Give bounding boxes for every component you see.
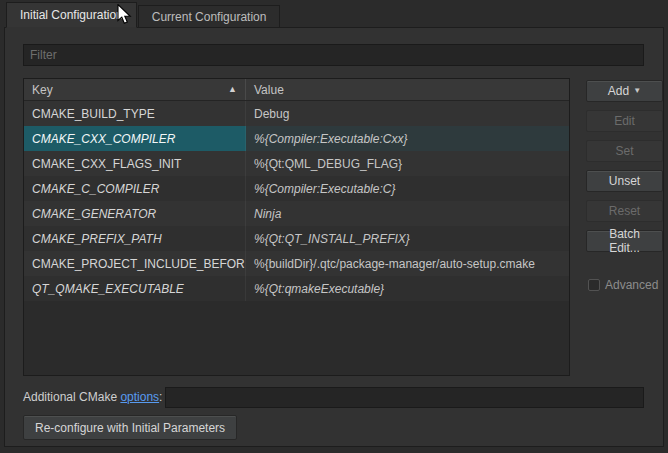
cmake-variables-table: Key ▲ Value CMAKE_BUILD_TYPEDebugCMAKE_C… — [23, 78, 570, 376]
reset-button: Reset — [586, 200, 663, 222]
table-row[interactable]: CMAKE_C_COMPILER%{Compiler:Executable:C} — [24, 176, 569, 201]
batch-edit-button[interactable]: Batch Edit... — [586, 230, 663, 252]
options-link[interactable]: options — [120, 390, 159, 404]
batch-edit-button-label: Batch Edit... — [593, 227, 656, 255]
chevron-down-icon: ▼ — [633, 87, 641, 95]
row-key-cell[interactable]: CMAKE_PREFIX_PATH — [24, 226, 246, 251]
row-value-cell[interactable]: %{Compiler:Executable:Cxx} — [246, 126, 569, 151]
tab-initial-configuration-label: Initial Configuration — [20, 8, 123, 22]
row-value-cell[interactable]: Ninja — [246, 201, 569, 226]
advanced-checkbox-label: Advanced — [605, 278, 658, 292]
set-button-label: Set — [615, 144, 633, 158]
set-button: Set — [586, 140, 663, 162]
row-value-cell[interactable]: %{buildDir}/.qtc/package-manager/auto-se… — [246, 251, 569, 276]
row-value-cell[interactable]: %{Qt:qmakeExecutable} — [246, 276, 569, 301]
row-value-cell[interactable]: Debug — [246, 101, 569, 126]
sort-ascending-icon: ▲ — [228, 85, 237, 94]
table-row[interactable]: CMAKE_PREFIX_PATH%{Qt:QT_INSTALL_PREFIX} — [24, 226, 569, 251]
table-header: Key ▲ Value — [24, 79, 569, 101]
table-row[interactable]: CMAKE_BUILD_TYPEDebug — [24, 101, 569, 126]
column-header-value-label: Value — [254, 83, 284, 97]
reconfigure-button[interactable]: Re-configure with Initial Parameters — [23, 415, 237, 440]
initial-configuration-panel: Key ▲ Value CMAKE_BUILD_TYPEDebugCMAKE_C… — [4, 27, 664, 447]
column-header-key[interactable]: Key ▲ — [24, 79, 246, 100]
options-label-prefix: Additional CMake — [23, 390, 120, 404]
column-header-value[interactable]: Value — [246, 79, 569, 100]
edit-button-label: Edit — [614, 114, 635, 128]
cmake-table-body: CMAKE_BUILD_TYPEDebugCMAKE_CXX_COMPILER%… — [24, 101, 569, 301]
table-row[interactable]: CMAKE_PROJECT_INCLUDE_BEFORE%{buildDir}/… — [24, 251, 569, 276]
row-key-cell[interactable]: CMAKE_GENERATOR — [24, 201, 246, 226]
table-row[interactable]: CMAKE_CXX_FLAGS_INIT%{Qt:QML_DEBUG_FLAG} — [24, 151, 569, 176]
filter-input[interactable] — [23, 44, 644, 66]
table-row[interactable]: CMAKE_CXX_COMPILER%{Compiler:Executable:… — [24, 126, 569, 151]
row-key-cell[interactable]: CMAKE_CXX_FLAGS_INIT — [24, 151, 246, 176]
tab-initial-configuration[interactable]: Initial Configuration — [6, 2, 137, 28]
cmake-configuration-pane: Initial Configuration Current Configurat… — [0, 0, 668, 453]
add-button[interactable]: Add ▼ — [586, 80, 663, 102]
table-row[interactable]: CMAKE_GENERATORNinja — [24, 201, 569, 226]
options-label-suffix: : — [159, 390, 162, 404]
row-value-cell[interactable]: %{Qt:QML_DEBUG_FLAG} — [246, 151, 569, 176]
reconfigure-button-label: Re-configure with Initial Parameters — [35, 421, 225, 435]
additional-cmake-options-label: Additional CMake options: — [23, 387, 162, 408]
row-key-cell[interactable]: CMAKE_PROJECT_INCLUDE_BEFORE — [24, 251, 246, 276]
configuration-tab-bar: Initial Configuration Current Configurat… — [6, 2, 280, 28]
reset-button-label: Reset — [609, 204, 640, 218]
row-key-cell[interactable]: QT_QMAKE_EXECUTABLE — [24, 276, 246, 301]
row-value-cell[interactable]: %{Compiler:Executable:C} — [246, 176, 569, 201]
row-key-cell[interactable]: CMAKE_BUILD_TYPE — [24, 101, 246, 126]
additional-cmake-options-input[interactable] — [165, 387, 644, 408]
table-row[interactable]: QT_QMAKE_EXECUTABLE%{Qt:qmakeExecutable} — [24, 276, 569, 301]
edit-button: Edit — [586, 110, 663, 132]
row-key-cell[interactable]: CMAKE_CXX_COMPILER — [24, 126, 246, 151]
row-key-cell[interactable]: CMAKE_C_COMPILER — [24, 176, 246, 201]
checkbox-icon — [588, 279, 600, 291]
advanced-checkbox[interactable]: Advanced — [588, 278, 658, 292]
column-header-key-label: Key — [32, 83, 53, 97]
row-value-cell[interactable]: %{Qt:QT_INSTALL_PREFIX} — [246, 226, 569, 251]
unset-button[interactable]: Unset — [586, 170, 663, 192]
table-actions-column: Add ▼ Edit Set Unset Reset Batch Edit... — [586, 80, 663, 260]
add-button-label: Add — [608, 84, 629, 98]
tab-current-configuration-label: Current Configuration — [152, 10, 267, 24]
unset-button-label: Unset — [609, 174, 640, 188]
tab-current-configuration[interactable]: Current Configuration — [138, 5, 281, 28]
